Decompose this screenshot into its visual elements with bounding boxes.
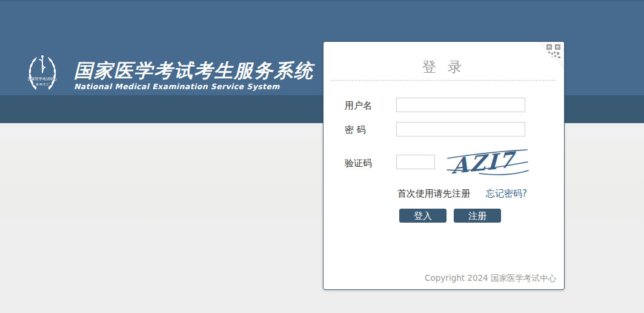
login-button[interactable]: 登入: [399, 209, 446, 223]
title-separator: [331, 80, 556, 81]
page-title: 国家医学考试考生服务系统: [74, 59, 314, 81]
login-title: 登 录: [324, 58, 564, 76]
brand-block: 国家医学考试考生服务系统 National Medical Examinatio…: [74, 59, 314, 91]
password-label: 密 码: [345, 124, 366, 136]
page-subtitle: National Medical Examination Service Sys…: [74, 82, 314, 91]
captcha-text: AZI7: [451, 147, 516, 177]
password-input[interactable]: [396, 122, 525, 136]
links-row: 首次使用请先注册忘记密码?: [397, 188, 527, 200]
nmec-emblem-icon: 国家医学考试中心 N M E C: [23, 53, 62, 93]
copyright-text: Copyright 2024 国家医学考试中心: [425, 273, 556, 284]
emblem-text-en: N M E C: [36, 82, 49, 86]
register-button[interactable]: 注册: [454, 209, 501, 223]
register-hint-link[interactable]: 首次使用请先注册: [397, 188, 470, 199]
login-card: 登 录 用户名 密 码 验证码 AZI7 首次使用请先注册忘记密码? 登入 注册…: [323, 41, 565, 290]
forgot-password-link[interactable]: 忘记密码?: [486, 188, 527, 199]
captcha-image[interactable]: AZI7: [446, 146, 529, 177]
captcha-input[interactable]: [396, 155, 435, 169]
username-label: 用户名: [345, 100, 372, 112]
emblem-text-cn: 国家医学考试中心: [28, 76, 57, 81]
captcha-label: 验证码: [345, 158, 372, 169]
username-input[interactable]: [396, 98, 525, 112]
